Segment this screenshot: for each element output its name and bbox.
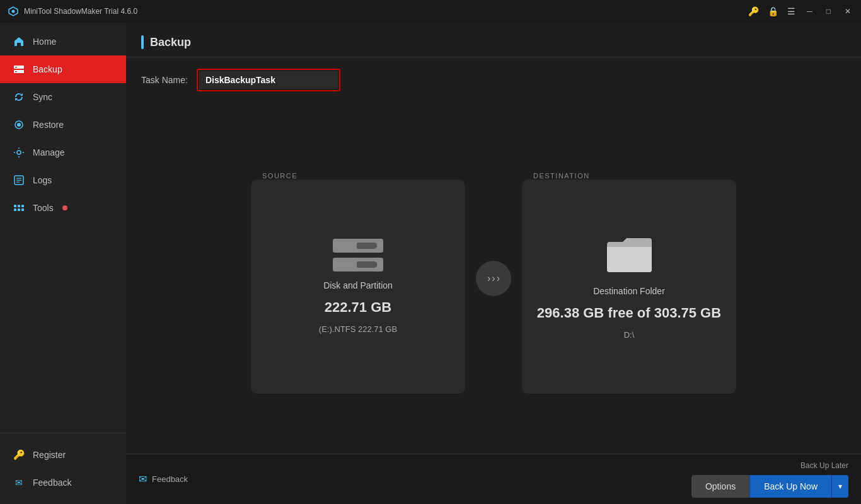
sidebar-label-manage: Manage — [33, 147, 65, 158]
sidebar-label-tools: Tools — [33, 203, 54, 213]
sidebar-item-home[interactable]: Home — [0, 28, 126, 55]
svg-rect-14 — [21, 205, 24, 207]
source-size: 222.71 GB — [325, 299, 391, 316]
svg-point-0 — [12, 10, 15, 13]
sidebar-item-register[interactable]: 🔑 Register — [0, 441, 126, 469]
svg-rect-13 — [18, 205, 20, 207]
task-name-input-wrapper — [197, 69, 340, 91]
backup-now-dropdown-button[interactable]: ▾ — [831, 475, 848, 498]
svg-point-6 — [17, 123, 21, 127]
sync-icon — [13, 91, 25, 103]
arrow-section: › › › — [465, 261, 522, 296]
chevron2: › — [492, 273, 495, 284]
app-title: MiniTool ShadowMaker Trial 4.6.0 — [24, 7, 137, 16]
disk-icon — [333, 239, 383, 272]
back-up-later-button[interactable]: Back Up Later — [800, 461, 848, 470]
sidebar-item-sync[interactable]: Sync — [0, 83, 126, 111]
logs-icon — [13, 174, 25, 186]
task-name-label: Task Name: — [141, 75, 188, 85]
sidebar-bottom: 🔑 Register ✉ Feedback — [0, 433, 126, 504]
restore-icon — [13, 118, 25, 131]
source-label: SOURCE — [251, 163, 465, 180]
destination-free-space: 296.38 GB free of 303.75 GB — [537, 305, 721, 321]
feedback-icon: ✉ — [139, 473, 147, 485]
register-icon: 🔑 — [13, 449, 25, 461]
tools-badge — [62, 205, 67, 210]
page-title: Backup — [150, 36, 191, 49]
svg-rect-16 — [18, 209, 20, 211]
title-bar-left: MiniTool ShadowMaker Trial 4.6.0 — [8, 6, 137, 17]
sidebar-label-backup: Backup — [33, 64, 62, 74]
sidebar-item-restore[interactable]: Restore — [0, 111, 126, 139]
source-type: Disk and Partition — [323, 280, 393, 290]
sidebar-label-sync: Sync — [33, 92, 52, 102]
manage-icon — [13, 146, 25, 159]
lock-icon[interactable]: 🔒 — [768, 6, 778, 16]
menu-icon[interactable]: ☰ — [787, 6, 795, 16]
svg-rect-4 — [15, 71, 17, 72]
arrow-chevrons: › › › — [487, 273, 500, 284]
key-icon[interactable]: 🔑 — [748, 6, 759, 16]
sidebar: Home Backup — [0, 23, 126, 504]
title-bar-controls: 🔑 🔒 ☰ ─ □ ✕ — [748, 6, 853, 17]
bottom-buttons: Options Back Up Now ▾ — [691, 475, 848, 498]
svg-rect-3 — [15, 67, 17, 68]
sidebar-label-logs: Logs — [33, 175, 52, 185]
bottom-right: Back Up Later Options Back Up Now ▾ — [691, 461, 848, 498]
destination-label: DESTINATION — [522, 163, 736, 180]
cards-row: SOURCE Disk and Partition 222.71 GB (E:)… — [126, 103, 861, 454]
maximize-button[interactable]: □ — [824, 6, 833, 17]
content-area: Backup Task Name: SOURCE — [126, 23, 861, 504]
task-name-input[interactable] — [199, 71, 338, 89]
sidebar-label-home: Home — [33, 37, 56, 47]
disk-rect-bottom — [333, 258, 383, 272]
sidebar-item-backup[interactable]: Backup — [0, 55, 126, 83]
home-icon — [13, 35, 25, 48]
bottom-left: ✉ Feedback — [139, 473, 188, 485]
svg-rect-15 — [14, 209, 16, 211]
folder-icon — [604, 233, 654, 277]
sidebar-item-manage[interactable]: Manage — [0, 139, 126, 166]
svg-rect-17 — [21, 209, 24, 211]
destination-card[interactable]: Destination Folder 296.38 GB free of 303… — [522, 180, 736, 394]
disk-rect-top — [333, 239, 383, 253]
feedback-nav-icon: ✉ — [13, 476, 25, 489]
source-detail: (E:).NTFS 222.71 GB — [319, 324, 397, 334]
header-accent-bar — [141, 35, 144, 49]
title-bar: MiniTool ShadowMaker Trial 4.6.0 🔑 🔒 ☰ ─… — [0, 0, 861, 23]
sidebar-nav: Home Backup — [0, 28, 126, 433]
options-button[interactable]: Options — [691, 475, 749, 498]
minimize-button[interactable]: ─ — [804, 6, 815, 17]
feedback-button[interactable]: Feedback — [152, 474, 188, 484]
task-name-row: Task Name: — [126, 57, 861, 103]
destination-section: DESTINATION Destination Folder 296.38 GB… — [522, 163, 736, 394]
destination-type: Destination Folder — [593, 286, 665, 296]
destination-path: D:\ — [624, 330, 635, 340]
app-logo-icon — [8, 6, 19, 17]
backup-now-button[interactable]: Back Up Now — [749, 475, 831, 498]
arrow-circle: › › › — [476, 261, 511, 296]
bottom-bar: ✉ Feedback Back Up Later Options Back Up… — [126, 454, 861, 504]
sidebar-label-feedback: Feedback — [33, 478, 71, 488]
sidebar-item-logs[interactable]: Logs — [0, 166, 126, 194]
backup-icon — [13, 63, 25, 76]
main-layout: Home Backup — [0, 23, 861, 504]
source-section: SOURCE Disk and Partition 222.71 GB (E:)… — [251, 163, 465, 394]
tools-icon — [13, 202, 25, 214]
sidebar-label-restore: Restore — [33, 120, 64, 130]
sidebar-item-tools[interactable]: Tools — [0, 194, 126, 222]
sidebar-label-register: Register — [33, 450, 66, 460]
page-header: Backup — [126, 23, 861, 57]
svg-point-7 — [17, 151, 21, 154]
chevron1: › — [487, 273, 490, 284]
sidebar-item-feedback[interactable]: ✉ Feedback — [0, 469, 126, 496]
close-button[interactable]: ✕ — [842, 6, 853, 17]
chevron3: › — [497, 273, 500, 284]
svg-rect-12 — [14, 205, 16, 207]
source-card[interactable]: Disk and Partition 222.71 GB (E:).NTFS 2… — [251, 180, 465, 394]
